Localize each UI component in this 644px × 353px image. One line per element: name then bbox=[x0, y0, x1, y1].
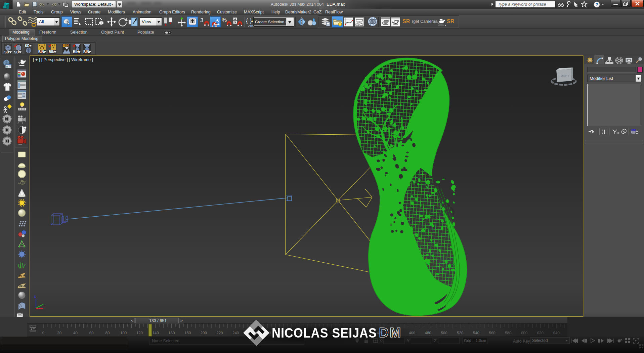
svg-text:DM: DM bbox=[379, 325, 402, 340]
